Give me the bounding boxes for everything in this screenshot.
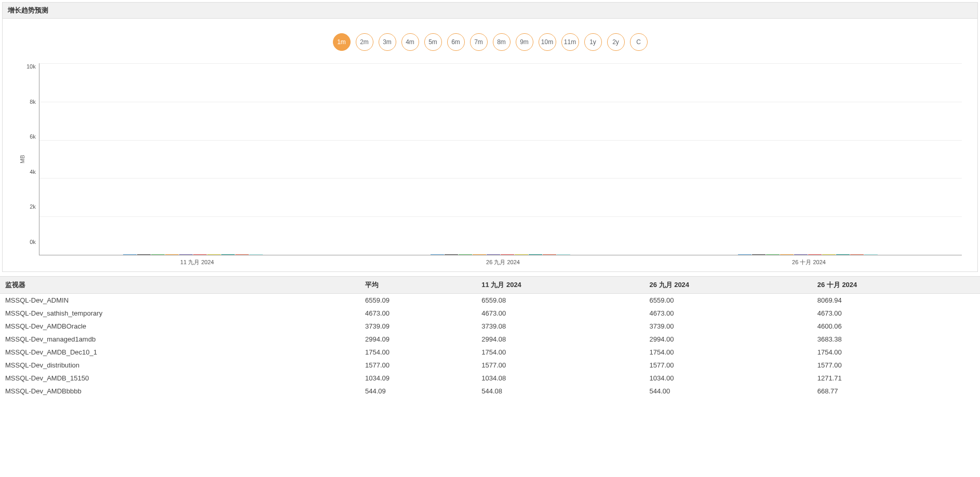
bar[interactable] (137, 254, 151, 255)
range-pill-5m[interactable]: 5m (424, 33, 442, 51)
table-row: MSSQL-Dev_ADMIN6559.096559.086559.008069… (0, 294, 980, 307)
y-tick: 0k (26, 239, 36, 245)
chart-box: MB 10k8k6k4k2k0k (18, 63, 962, 255)
plot-area (39, 63, 962, 255)
y-tick: 10k (26, 63, 36, 70)
bar[interactable] (543, 254, 556, 255)
table-cell: 1577.00 (360, 359, 476, 372)
table-cell: 544.09 (360, 385, 476, 398)
table-cell: 1754.00 (644, 346, 812, 359)
table-header[interactable]: 26 十月 2024 (812, 277, 980, 294)
table-cell: 6559.09 (360, 294, 476, 307)
bar[interactable] (738, 254, 751, 255)
bar[interactable] (445, 254, 458, 255)
range-pill-2y[interactable]: 2y (607, 33, 625, 51)
bar[interactable] (487, 254, 500, 255)
y-tick: 2k (26, 203, 36, 210)
bar[interactable] (752, 254, 766, 255)
cluster (41, 254, 345, 255)
table-header-row: 监视器平均11 九月 202426 九月 202426 十月 2024 (0, 277, 980, 294)
gridline (39, 216, 962, 217)
bar[interactable] (431, 254, 444, 255)
table-row: MSSQL-Dev_managed1amdb2994.092994.082994… (0, 333, 980, 346)
table-cell: MSSQL-Dev_managed1amdb (0, 333, 360, 346)
bar[interactable] (165, 254, 179, 255)
table-cell: 1034.00 (644, 372, 812, 385)
y-tick: 6k (26, 133, 36, 140)
bar[interactable] (249, 254, 263, 255)
bar[interactable] (473, 254, 486, 255)
table-cell: 1577.00 (476, 359, 644, 372)
range-pill-C[interactable]: C (630, 33, 648, 51)
bar[interactable] (501, 254, 514, 255)
table-header[interactable]: 11 九月 2024 (476, 277, 644, 294)
table-cell: 1034.09 (360, 372, 476, 385)
table-cell: 2994.08 (476, 333, 644, 346)
bar[interactable] (235, 254, 249, 255)
y-tick: 4k (26, 169, 36, 175)
range-pill-8m[interactable]: 8m (493, 33, 511, 51)
table-cell: 544.08 (476, 385, 644, 398)
bar[interactable] (557, 254, 570, 255)
table-body: MSSQL-Dev_ADMIN6559.096559.086559.008069… (0, 294, 980, 398)
cluster (348, 254, 653, 255)
table-cell: MSSQL-Dev_distribution (0, 359, 360, 372)
bar[interactable] (179, 254, 193, 255)
table-cell: 544.00 (644, 385, 812, 398)
range-pill-2m[interactable]: 2m (356, 33, 373, 51)
table-cell: MSSQL-Dev_sathish_temporary (0, 307, 360, 320)
gridline (39, 102, 962, 102)
table-cell: 4673.00 (360, 307, 476, 320)
range-pill-4m[interactable]: 4m (401, 33, 419, 51)
y-axis-ticks: 10k8k6k4k2k0k (26, 63, 39, 255)
bar[interactable] (459, 254, 472, 255)
table-header[interactable]: 监视器 (0, 277, 360, 294)
forecast-panel: 增长趋势预测 1m2m3m4m5m6m7m8m9m10m11m1y2yC MB … (2, 2, 978, 272)
bar[interactable] (123, 254, 137, 255)
range-pill-7m[interactable]: 7m (470, 33, 488, 51)
range-pill-6m[interactable]: 6m (447, 33, 465, 51)
table-cell: 4673.00 (644, 307, 812, 320)
table-cell: 3683.38 (812, 333, 980, 346)
bar[interactable] (822, 254, 836, 255)
bar[interactable] (207, 254, 221, 255)
x-tick: 26 十月 2024 (657, 258, 960, 266)
x-tick: 26 九月 2024 (352, 258, 654, 266)
gridline (39, 178, 962, 179)
table-row: MSSQL-Dev_sathish_temporary4673.004673.0… (0, 307, 980, 320)
bar[interactable] (836, 254, 850, 255)
bar[interactable] (850, 254, 864, 255)
range-pill-1m[interactable]: 1m (333, 33, 351, 51)
bar[interactable] (780, 254, 794, 255)
bar[interactable] (529, 254, 542, 255)
table-cell: 3739.09 (360, 320, 476, 333)
table-header[interactable]: 平均 (360, 277, 476, 294)
table-cell: MSSQL-Dev_AMDBbbbb (0, 385, 360, 398)
table-cell: 1754.00 (812, 346, 980, 359)
table-cell: 4673.00 (812, 307, 980, 320)
table-row: MSSQL-Dev_AMDB_151501034.091034.081034.0… (0, 372, 980, 385)
range-pill-10m[interactable]: 10m (539, 33, 556, 51)
bar[interactable] (221, 254, 235, 255)
table-cell: MSSQL-Dev_AMDB_15150 (0, 372, 360, 385)
bar[interactable] (864, 254, 878, 255)
range-pill-1y[interactable]: 1y (584, 33, 602, 51)
table-cell: 1754.00 (476, 346, 644, 359)
bar[interactable] (193, 254, 207, 255)
table-row: MSSQL-Dev_AMDBbbbb544.09544.08544.00668.… (0, 385, 980, 398)
bar[interactable] (808, 254, 822, 255)
table-cell: 2994.00 (644, 333, 812, 346)
y-axis-label: MB (18, 63, 26, 255)
table-header[interactable]: 26 九月 2024 (644, 277, 812, 294)
range-pill-11m[interactable]: 11m (561, 33, 579, 51)
range-pill-3m[interactable]: 3m (379, 33, 396, 51)
bar[interactable] (515, 254, 528, 255)
bar[interactable] (794, 254, 808, 255)
chart-container: MB 10k8k6k4k2k0k 11 九月 202426 九月 202426 … (3, 58, 977, 271)
range-pill-9m[interactable]: 9m (516, 33, 533, 51)
panel-title: 增长趋势预测 (3, 3, 977, 19)
table-cell: 4673.00 (476, 307, 644, 320)
bar[interactable] (766, 254, 780, 255)
table-cell: 668.77 (812, 385, 980, 398)
bar[interactable] (151, 254, 165, 255)
